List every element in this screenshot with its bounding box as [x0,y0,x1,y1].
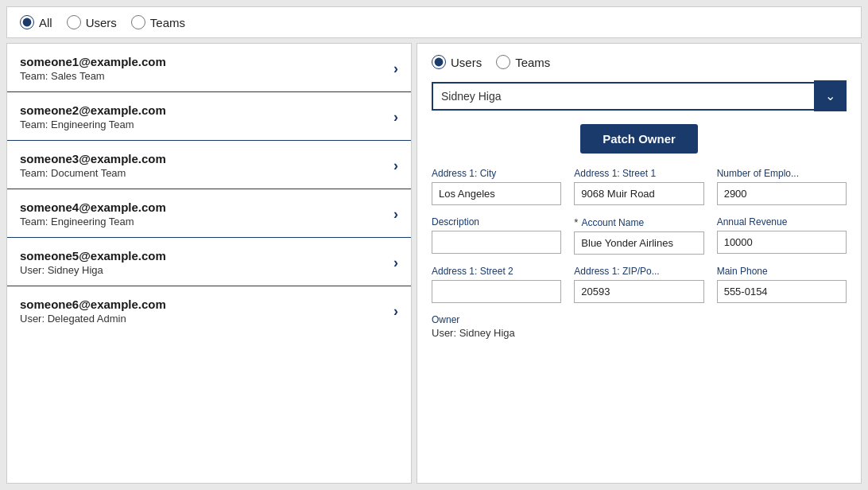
field-account-name-label: Account Name [581,217,644,228]
patch-owner-button[interactable]: Patch Owner [580,124,698,154]
top-filter-users-radio[interactable] [67,15,81,29]
field-annual-revenue-input[interactable] [717,231,847,254]
list-item-email: someone3@example.com [20,152,166,165]
top-radio-group: All Users Teams [20,15,185,29]
list-item-sub: Team: Document Team [20,167,166,179]
field-num-employees-label: Number of Emplo... [717,168,847,179]
field-zip: Address 1: ZIP/Po... [574,266,703,303]
left-panel: someone1@example.com Team: Sales Team › … [6,43,412,484]
list-item[interactable]: someone6@example.com User: Delegated Adm… [7,286,411,334]
right-filter-bar: Users Teams [432,55,847,69]
list-item[interactable]: someone4@example.com Team: Engineering T… [7,189,411,238]
chevron-right-icon: › [393,109,398,126]
list-item-email: someone2@example.com [20,103,166,117]
list-item-text: someone6@example.com User: Delegated Adm… [20,298,166,325]
top-filter-teams-radio[interactable] [131,15,145,29]
list-item-text: someone5@example.com User: Sidney Higa [20,249,166,276]
field-annual-revenue-label: Annual Revenue [717,216,847,228]
list-item-sub: User: Delegated Admin [20,313,166,325]
top-filter-all[interactable]: All [20,15,52,29]
field-zip-label: Address 1: ZIP/Po... [574,266,703,277]
list-item[interactable]: someone1@example.com Team: Sales Team › [7,44,411,92]
field-street2-input[interactable] [432,280,561,303]
list-item-sub: Team: Sales Team [20,70,166,82]
field-street2-label: Address 1: Street 2 [432,266,561,277]
user-dropdown-input[interactable] [432,82,814,111]
list-item-email: someone4@example.com [20,200,166,214]
field-account-name-input[interactable] [574,231,703,255]
field-zip-input[interactable] [574,280,703,303]
owner-label: Owner [432,314,847,325]
top-filter-users[interactable]: Users [67,15,117,29]
list-item-email: someone5@example.com [20,249,166,262]
list-item[interactable]: someone2@example.com Team: Engineering T… [7,92,411,141]
content-row: someone1@example.com Team: Sales Team › … [6,43,862,484]
list-item-sub: User: Sidney Higa [20,264,166,276]
field-street2: Address 1: Street 2 [432,266,561,303]
right-filter-teams[interactable]: Teams [496,55,550,69]
list-item-email: someone1@example.com [20,55,166,68]
owner-section: Owner User: Sidney Higa [432,314,847,339]
field-street1-label: Address 1: Street 1 [574,168,703,179]
right-filter-users[interactable]: Users [432,55,482,69]
required-asterisk: * [574,216,578,228]
fields-grid: Address 1: City Address 1: Street 1 Numb… [432,168,847,303]
list-item-text: someone4@example.com Team: Engineering T… [20,200,166,228]
chevron-right-icon: › [393,255,398,271]
top-filter-teams-label: Teams [150,16,185,29]
top-filter-all-radio[interactable] [20,15,34,29]
field-main-phone: Main Phone [717,266,847,303]
chevron-right-icon: › [393,158,398,174]
field-description: Description [432,216,561,255]
right-filter-teams-radio[interactable] [496,55,510,69]
field-num-employees-input[interactable] [717,182,847,205]
field-description-input[interactable] [432,231,561,254]
chevron-right-icon: › [393,206,398,223]
field-street1-input[interactable] [574,182,703,205]
dropdown-arrow-button[interactable]: ⌄ [814,80,847,111]
list-item[interactable]: someone5@example.com User: Sidney Higa › [7,238,411,286]
right-filter-teams-label: Teams [515,56,550,69]
field-main-phone-input[interactable] [717,280,847,303]
list-item-sub: Team: Engineering Team [20,216,166,228]
list-item-sub: Team: Engineering Team [20,119,166,130]
field-description-label: Description [432,216,561,228]
list-item-text: someone3@example.com Team: Document Team [20,152,166,179]
top-filter-teams[interactable]: Teams [131,15,185,29]
field-street1: Address 1: Street 1 [574,168,703,205]
right-panel: Users Teams ⌄ Patch Owner Address 1: Cit… [417,43,862,484]
field-main-phone-label: Main Phone [717,266,847,277]
top-filter-users-label: Users [86,16,117,29]
list-item[interactable]: someone3@example.com Team: Document Team… [7,141,411,189]
field-account-name: * Account Name [574,216,703,255]
right-filter-users-radio[interactable] [432,55,446,69]
list-item-text: someone2@example.com Team: Engineering T… [20,103,166,130]
field-city-label: Address 1: City [432,168,561,179]
dropdown-row: ⌄ [432,80,847,111]
right-filter-users-label: Users [451,56,482,69]
field-num-employees: Number of Emplo... [717,168,847,205]
list-item-email: someone6@example.com [20,298,166,311]
main-container: All Users Teams someone1@example.com Tea… [0,0,868,490]
list-item-text: someone1@example.com Team: Sales Team [20,55,166,82]
owner-value: User: Sidney Higa [432,327,847,339]
chevron-right-icon: › [393,303,398,320]
field-annual-revenue: Annual Revenue [717,216,847,255]
field-city-input[interactable] [432,182,561,205]
chevron-right-icon: › [393,60,398,77]
field-city: Address 1: City [432,168,561,205]
top-filter-bar: All Users Teams [6,6,862,38]
top-filter-all-label: All [39,16,52,29]
